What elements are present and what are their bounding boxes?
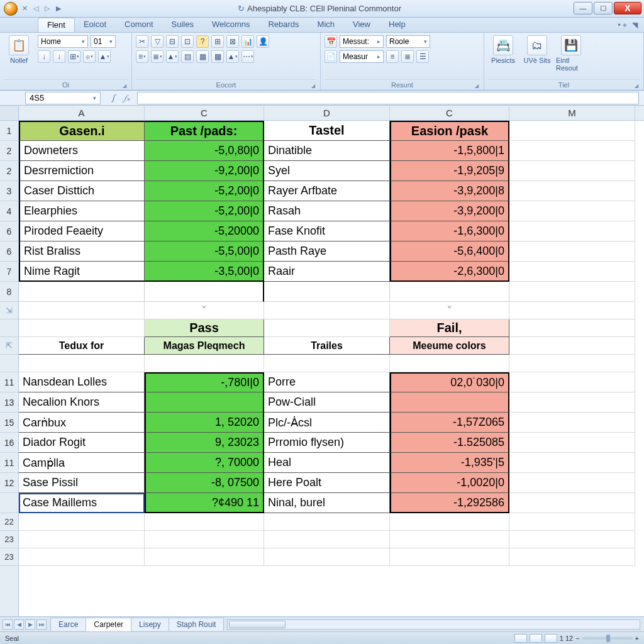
cell[interactable]: -8, 07500 — [145, 473, 264, 493]
cut-icon[interactable]: ✂ — [136, 35, 148, 48]
cell[interactable]: Rist Braliss — [19, 242, 145, 262]
col-header[interactable]: M — [509, 106, 635, 120]
row-group-icon[interactable]: ⇲ — [0, 302, 18, 319]
row-header[interactable]: 23 — [0, 548, 18, 566]
pass-label[interactable]: Pass — [145, 319, 264, 337]
cell[interactable] — [264, 531, 390, 548]
sheet-tab[interactable]: Lisepy — [131, 618, 169, 631]
row-header[interactable]: 1 — [0, 121, 18, 141]
col-header[interactable]: A — [19, 106, 145, 120]
row-header[interactable]: 2 — [0, 161, 18, 181]
cell[interactable]: Rasah — [264, 201, 390, 221]
grid-icon[interactable]: ▩ — [211, 50, 224, 63]
row-header[interactable]: 13 — [0, 392, 18, 413]
cell[interactable] — [145, 392, 264, 413]
cell[interactable]: Nime Ragit — [19, 262, 145, 282]
zoom-in-icon[interactable]: + — [635, 635, 639, 642]
sort-icon[interactable]: ⊟ — [166, 35, 179, 48]
cell[interactable]: -5,2,00|0 — [145, 201, 264, 221]
cell[interactable]: -1.525085 — [390, 433, 509, 453]
more-icon[interactable]: ⋯ — [242, 50, 254, 63]
cell[interactable]: Fase Knofit — [264, 221, 390, 242]
chart-icon[interactable]: 📊 — [242, 35, 254, 48]
maximize-button[interactable]: ▢ — [594, 2, 613, 14]
cell[interactable] — [509, 473, 635, 493]
cancel-fx-icon[interactable]: ʃ — [107, 92, 119, 104]
tab-mich[interactable]: Mich — [309, 18, 344, 32]
col-header[interactable]: C — [145, 106, 264, 120]
cell[interactable]: -1,9,205|9 — [390, 161, 509, 181]
cell[interactable]: Plc/-Ȧcsl — [264, 413, 390, 433]
qat-play-icon[interactable]: ▶ — [54, 4, 63, 13]
wrap-icon[interactable]: ▦ — [196, 50, 209, 63]
row-header[interactable]: 11 — [0, 372, 18, 392]
sheet-tab[interactable]: Earce — [50, 618, 86, 631]
row-header[interactable]: 15 — [0, 413, 18, 433]
cell[interactable]: -1,935'|5 — [390, 453, 509, 473]
user-icon[interactable]: 👤 — [257, 35, 269, 48]
row-header[interactable]: 16 — [0, 433, 18, 453]
row-header[interactable] — [0, 319, 18, 337]
cell[interactable] — [264, 548, 390, 566]
cell[interactable]: -5,20000 — [145, 221, 264, 242]
fail-label[interactable]: Fail, — [390, 319, 509, 337]
cell[interactable] — [509, 513, 635, 531]
cell[interactable]: Syel — [264, 161, 390, 181]
cell[interactable] — [264, 513, 390, 531]
italic-button[interactable]: ↓ — [53, 50, 65, 63]
fill-color-button[interactable]: ▲ — [98, 50, 111, 63]
cell[interactable] — [390, 282, 509, 302]
qat-redo-icon[interactable]: ▷ — [43, 4, 52, 13]
active-cell[interactable]: Case Maillems — [19, 493, 145, 513]
cell[interactable]: Sase Pissil — [19, 473, 145, 493]
cell[interactable]: Prromio flysen) — [264, 433, 390, 453]
cell[interactable]: Dinatible — [264, 141, 390, 161]
table-header[interactable]: Magas Pleqmech — [145, 337, 264, 355]
cell[interactable] — [390, 513, 509, 531]
cell[interactable]: Nansdean Lolles — [19, 372, 145, 392]
tab-flent[interactable]: Flent — [38, 18, 75, 32]
zoom-out-icon[interactable]: − — [575, 635, 579, 642]
cell[interactable]: -,780I|0 — [145, 372, 264, 392]
paint-icon[interactable]: ▲ — [166, 50, 179, 63]
cell[interactable]: Diador Rogit — [19, 433, 145, 453]
size-combo[interactable]: 01▾ — [91, 35, 116, 48]
tab-welcomns[interactable]: Welcomns — [203, 18, 259, 32]
format-icon[interactable]: ▲ — [226, 50, 239, 63]
cell[interactable] — [145, 355, 264, 372]
cell[interactable] — [264, 319, 390, 337]
cell[interactable] — [509, 262, 635, 282]
cell[interactable]: Caser Disttich — [19, 181, 145, 201]
tab-view[interactable]: View — [344, 18, 380, 32]
cell[interactable]: -1,6,300|0 — [390, 221, 509, 242]
cell[interactable] — [509, 355, 635, 372]
cell[interactable]: Ninal, burel — [264, 493, 390, 513]
tab-suiles[interactable]: Suiles — [163, 18, 203, 32]
qat-save-icon[interactable]: ✕ — [20, 4, 29, 13]
cell[interactable]: Rayer Arfbate — [264, 181, 390, 201]
cell[interactable] — [509, 433, 635, 453]
cell[interactable]: -1,5,800|1 — [390, 141, 509, 161]
cell[interactable] — [390, 392, 509, 413]
normal-view-icon[interactable] — [514, 634, 527, 643]
select-all-corner[interactable] — [0, 106, 18, 121]
doc-icon[interactable]: 📄 — [325, 50, 337, 63]
tool-d-icon[interactable]: ⊠ — [226, 35, 239, 48]
table-header[interactable]: Past /pads: — [145, 121, 264, 141]
cell[interactable] — [390, 548, 509, 566]
merge-icon[interactable]: ▤ — [181, 50, 194, 63]
cell[interactable]: Heal — [264, 453, 390, 473]
cell[interactable] — [19, 531, 145, 548]
cell[interactable] — [509, 181, 635, 201]
row-header[interactable]: 22 — [0, 513, 18, 531]
col-header[interactable]: C — [390, 106, 509, 120]
bold-button[interactable]: ↓ — [38, 50, 50, 63]
close-button[interactable]: X — [614, 2, 641, 14]
col-header[interactable]: D — [264, 106, 390, 120]
row-header[interactable]: 11 — [0, 453, 18, 473]
cell[interactable]: -1,57Z065 — [390, 413, 509, 433]
row-header[interactable]: 4 — [0, 201, 18, 221]
cell[interactable] — [19, 319, 145, 337]
tab-eoicot[interactable]: Eoicot — [75, 18, 116, 32]
table-header[interactable]: Trailes — [264, 337, 390, 355]
